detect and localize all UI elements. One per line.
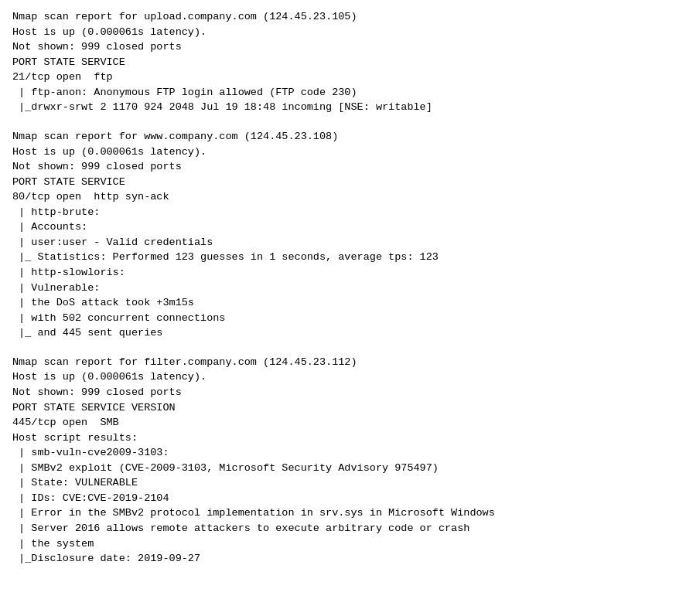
line-2-8: | State: VULNERABLE [12, 477, 138, 488]
line-0-3: PORT STATE SERVICE [12, 56, 125, 68]
line-1-0: Nmap scan report for www.company.com (12… [12, 131, 338, 142]
section-2: Nmap scan report for www.company.com (12… [12, 129, 681, 341]
line-2-7: | SMBv2 exploit (CVE-2009-3103, Microsof… [12, 462, 439, 474]
line-2-10: | Error in the SMBv2 protocol implementa… [12, 507, 495, 519]
line-1-10: | Vulnerable: [12, 282, 100, 294]
line-1-11: | the DoS attack took +3m15s [12, 297, 194, 308]
section-3: Nmap scan report for filter.company.com … [12, 355, 681, 567]
line-2-5: Host script results: [12, 432, 138, 444]
line-2-3: PORT STATE SERVICE VERSION [12, 402, 176, 414]
line-2-2: Not shown: 999 closed ports [12, 386, 182, 398]
line-2-0: Nmap scan report for filter.company.com … [12, 356, 357, 368]
line-0-4: 21/tcp open ftp [12, 71, 113, 83]
line-0-6: |_drwxr-srwt 2 1170 924 2048 Jul 19 18:4… [12, 101, 432, 113]
line-1-5: | http-brute: [12, 206, 100, 218]
section-1: Nmap scan report for upload.company.com … [12, 9, 681, 115]
line-1-8: |_ Statistics: Performed 123 guesses in … [12, 251, 439, 263]
line-2-12: | the system [12, 538, 94, 550]
line-1-3: PORT STATE SERVICE [12, 176, 125, 188]
line-1-2: Not shown: 999 closed ports [12, 161, 182, 172]
line-1-13: |_ and 445 sent queries [12, 327, 162, 339]
line-0-1: Host is up (0.000061s latency). [12, 26, 207, 38]
line-2-11: | Server 2016 allows remote attackers to… [12, 522, 469, 534]
line-1-7: | user:user - Valid credentials [12, 237, 213, 248]
line-2-1: Host is up (0.000061s latency). [12, 371, 207, 383]
terminal-output: Nmap scan report for upload.company.com … [12, 9, 681, 567]
line-1-4: 80/tcp open http syn-ack [12, 191, 169, 202]
line-1-12: | with 502 concurrent connections [12, 312, 225, 324]
line-2-13: |_Disclosure date: 2019-09-27 [12, 553, 200, 564]
line-2-9: | IDs: CVE:CVE-2019-2104 [12, 492, 169, 504]
line-0-2: Not shown: 999 closed ports [12, 41, 182, 53]
line-2-6: | smb-vuln-cve2009-3103: [12, 447, 169, 458]
line-1-1: Host is up (0.000061s latency). [12, 146, 207, 158]
line-1-9: | http-slowloris: [12, 267, 125, 278]
line-0-5: | ftp-anon: Anonymous FTP login allowed … [12, 87, 357, 98]
line-0-0: Nmap scan report for upload.company.com … [12, 11, 357, 22]
line-2-4: 445/tcp open SMB [12, 417, 119, 428]
line-1-6: | Accounts: [12, 221, 87, 233]
